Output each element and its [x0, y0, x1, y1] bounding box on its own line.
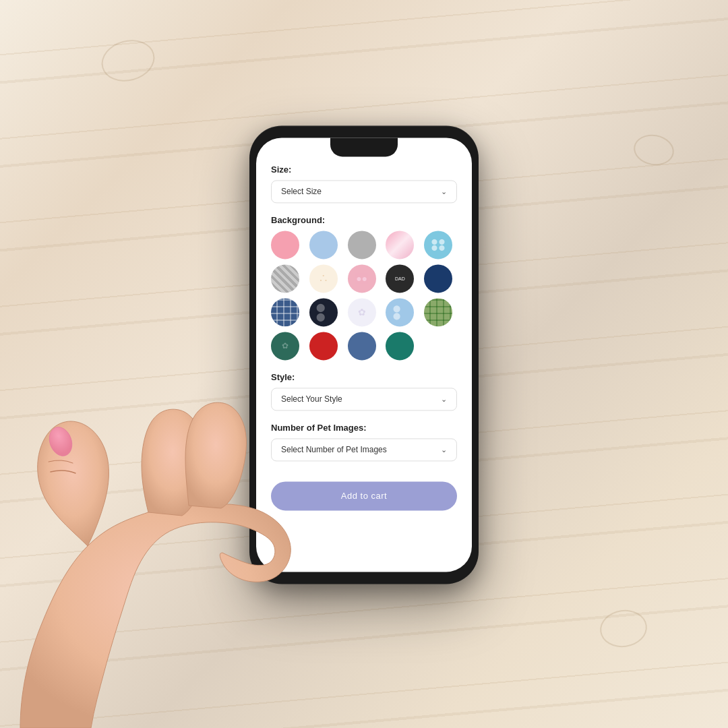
swatch-plaid-blue[interactable]: [271, 298, 299, 326]
swatch-gray[interactable]: [348, 231, 376, 259]
swatch-dark-print[interactable]: DAD: [386, 264, 414, 293]
swatch-dark-teal[interactable]: [386, 332, 414, 360]
screen-content: Size: Select Size ⌄ Background:: [256, 138, 472, 572]
background-section: Background: ⬤ ⬤⬤ ⬤ ∴: [271, 215, 457, 360]
swatch-pink-pattern[interactable]: [386, 231, 414, 259]
number-placeholder: Select Number of Pet Images: [281, 445, 387, 454]
number-section: Number of Pet Images: Select Number of P…: [271, 423, 457, 461]
swatch-blue-dot[interactable]: ⬤ ⬤⬤ ⬤: [424, 231, 452, 259]
add-to-cart-button[interactable]: Add to cart: [271, 481, 457, 510]
size-chevron-icon: ⌄: [441, 187, 447, 196]
phone-screen: Size: Select Size ⌄ Background:: [256, 138, 472, 572]
swatch-pink[interactable]: [271, 231, 299, 259]
style-placeholder: Select Your Style: [281, 394, 342, 404]
style-chevron-icon: ⌄: [441, 395, 447, 404]
swatch-pink-circles[interactable]: ●●: [348, 264, 376, 293]
size-dropdown[interactable]: Select Size ⌄: [271, 180, 457, 203]
style-label: Style:: [271, 372, 457, 382]
swatch-gray-checkerboard[interactable]: [271, 264, 299, 293]
swatch-navy[interactable]: [424, 264, 452, 293]
swatch-light-blue-dot[interactable]: ⬤ ⬤: [386, 298, 414, 326]
size-label: Size:: [271, 164, 457, 175]
number-dropdown[interactable]: Select Number of Pet Images ⌄: [271, 438, 457, 461]
phone: Size: Select Size ⌄ Background:: [249, 125, 479, 584]
swatch-dark-dot[interactable]: ⬤ ⬤: [309, 298, 338, 326]
size-placeholder: Select Size: [281, 187, 322, 196]
phone-notch: [330, 138, 398, 156]
swatch-red[interactable]: [309, 332, 338, 360]
style-section: Style: Select Your Style ⌄: [271, 372, 457, 411]
number-label: Number of Pet Images:: [271, 423, 457, 433]
swatches-grid: ⬤ ⬤⬤ ⬤ ∴ ●● DAD: [271, 231, 457, 360]
swatch-dark-green-floral[interactable]: ✿: [271, 332, 299, 360]
background-label: Background:: [271, 215, 457, 225]
phone-wrapper: Size: Select Size ⌄ Background:: [249, 125, 479, 584]
swatch-light-blue[interactable]: [309, 231, 338, 259]
swatch-steel-blue[interactable]: [348, 332, 376, 360]
style-dropdown[interactable]: Select Your Style ⌄: [271, 388, 457, 411]
number-chevron-icon: ⌄: [441, 446, 447, 454]
swatch-green-plaid[interactable]: [424, 298, 452, 326]
size-section: Size: Select Size ⌄: [271, 164, 457, 203]
swatch-cream-dot[interactable]: ∴: [309, 264, 338, 293]
swatch-white-floral[interactable]: ✿: [348, 298, 376, 326]
